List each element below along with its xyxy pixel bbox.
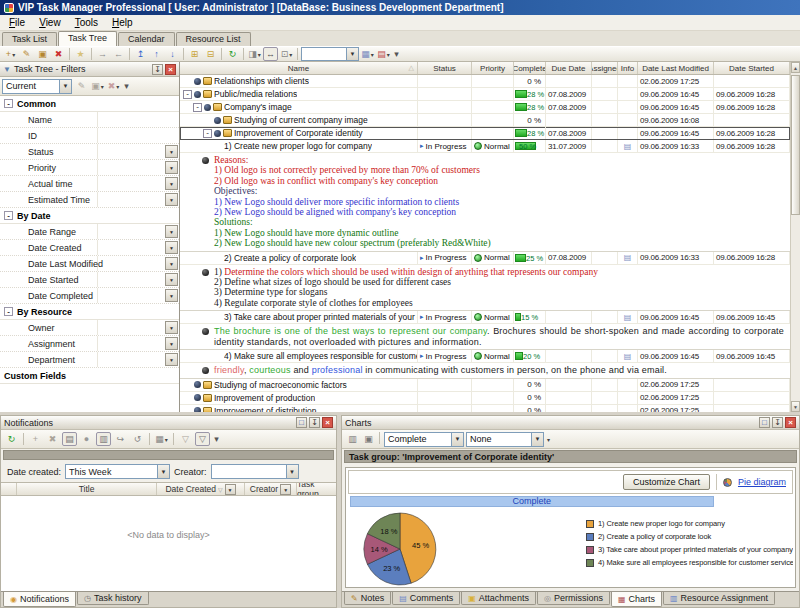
task-row[interactable]: 2) Create a policy of corporate look▸In … — [180, 252, 790, 265]
filter-row-assignment[interactable]: Assignment▼ — [0, 336, 179, 352]
creator-combo[interactable]: ▼ — [211, 464, 299, 479]
chevron-down-icon[interactable]: ▼ — [165, 273, 178, 286]
toolbar-overflow-icon[interactable]: ▾ — [392, 47, 401, 61]
notif-col-header-task-group[interactable]: Task group — [297, 483, 336, 495]
group-row[interactable]: Relationships with clients0 %02.06.2009 … — [180, 75, 790, 88]
filter-section-common[interactable]: -Common — [0, 96, 179, 112]
group-row[interactable]: -Public/media relations28 %07.08.200909.… — [180, 88, 790, 101]
grid-col-header-assigned[interactable]: Assigned — [592, 62, 618, 74]
export-icon[interactable]: ▤▾ — [376, 47, 391, 61]
tab-calendar[interactable]: Calendar — [118, 32, 175, 46]
menu-view[interactable]: View — [32, 16, 68, 29]
new-notification-icon[interactable]: + — [28, 432, 43, 446]
tab-comments[interactable]: ▤Comments — [392, 592, 460, 605]
tab-charts[interactable]: ▦Charts — [611, 592, 662, 607]
edit-filter-icon[interactable]: ✎ — [74, 79, 89, 93]
menu-file[interactable]: File — [2, 16, 32, 29]
chevron-down-icon[interactable]: ▼ — [531, 433, 543, 446]
duplicate-task-icon[interactable]: ▣ — [35, 47, 50, 61]
delete-filter-icon[interactable]: ✖▾ — [106, 79, 121, 93]
tab-notifications[interactable]: ◉Notifications — [3, 592, 76, 607]
view-mode-icon[interactable]: ◨▾ — [247, 47, 262, 61]
chevron-down-icon[interactable]: ▼ — [165, 161, 178, 174]
notif-col-header-creator[interactable]: Creator▼ — [245, 483, 297, 495]
collapse-all-icon[interactable]: ⊟ — [203, 47, 218, 61]
chevron-down-icon[interactable]: ▼ — [157, 465, 169, 478]
chevron-down-icon[interactable]: ▼ — [165, 145, 178, 158]
note-row[interactable]: The brochure is one of the best ways to … — [180, 324, 790, 350]
chevron-down-icon[interactable]: ▼ — [225, 484, 236, 495]
chevron-down-icon[interactable]: ▼ — [165, 337, 178, 350]
chevron-down-icon[interactable]: ▼ — [286, 465, 298, 478]
filters-overflow-icon[interactable]: ▾ — [122, 79, 131, 93]
date-created-combo[interactable]: This Week ▼ — [65, 464, 170, 479]
refresh-icon[interactable]: ↻ — [4, 432, 19, 446]
indent-task-icon[interactable]: → — [95, 47, 110, 61]
task-row[interactable]: 1) Create new proper logo for company▸In… — [180, 140, 790, 153]
chevron-down-icon[interactable]: ▼ — [165, 289, 178, 302]
chevron-down-icon[interactable]: ▼ — [165, 257, 178, 270]
tab-attachments[interactable]: ▣Attachments — [461, 592, 536, 605]
zoom-level-icon[interactable]: ⊡▾ — [279, 47, 294, 61]
notif-col-header-title[interactable]: Title — [17, 483, 157, 495]
scroll-thumb[interactable] — [791, 75, 800, 215]
restore-icon[interactable]: □ — [759, 417, 770, 428]
tab-permissions[interactable]: ◎Permissions — [537, 592, 610, 605]
filter-row-department[interactable]: Department▼ — [0, 352, 179, 368]
note-row[interactable]: 1) Determine the colors which should be … — [180, 265, 790, 312]
grid-col-header-status[interactable]: Status — [418, 62, 472, 74]
chart-bar-icon[interactable]: ▥ — [345, 432, 360, 446]
pie-diagram-link[interactable]: Pie diagram — [738, 477, 786, 487]
collapse-icon[interactable]: - — [4, 211, 13, 220]
scroll-down-icon[interactable]: ▼ — [791, 401, 800, 412]
filter-row-priority[interactable]: Priority▼ — [0, 160, 179, 176]
tab-task-list[interactable]: Task List — [2, 32, 57, 46]
move-down-icon[interactable]: ↓ — [165, 47, 180, 61]
pin-icon[interactable]: ↧ — [772, 417, 783, 428]
chevron-down-icon[interactable]: ▼ — [165, 321, 178, 334]
add-task-icon[interactable]: +▾ — [3, 47, 18, 61]
tab-resource-assignment[interactable]: ▥Resource Assignment — [663, 592, 775, 605]
chevron-down-icon[interactable]: ▼ — [165, 193, 178, 206]
grid-col-header-info[interactable]: Info — [618, 62, 638, 74]
filter-row-date-last-modified[interactable]: Date Last Modified▼ — [0, 256, 179, 272]
view-notification-icon[interactable]: ▤ — [62, 432, 77, 446]
chevron-down-icon[interactable]: ▼ — [280, 484, 291, 495]
move-up-icon[interactable]: ↑ — [149, 47, 164, 61]
group-row[interactable]: Improvement of distribution0 %02.06.2009… — [180, 405, 790, 413]
expand-all-icon[interactable]: ⊞ — [187, 47, 202, 61]
chevron-down-icon[interactable]: ▼ — [346, 48, 358, 60]
menu-tools[interactable]: Tools — [68, 16, 105, 29]
pan-mode-icon[interactable]: ↔ — [263, 47, 278, 61]
add-task-group-icon[interactable]: ★ — [73, 47, 88, 61]
task-row[interactable]: 4) Make sure all employees responsible f… — [180, 350, 790, 363]
chevron-down-icon[interactable]: ▼ — [165, 177, 178, 190]
scroll-up-icon[interactable]: ▲ — [791, 62, 800, 73]
group-row[interactable]: -Improvement of Corporate identity28 %07… — [180, 127, 790, 140]
filter-row-estimated-time[interactable]: Estimated Time▼ — [0, 192, 179, 208]
filter-preset-combo[interactable]: Current ▼ — [2, 79, 72, 94]
chart-image-icon[interactable]: ▣ — [361, 432, 376, 446]
search-combo[interactable]: ▼ — [301, 47, 359, 61]
filter-section-by-date[interactable]: -By Date — [0, 208, 179, 224]
chevron-down-icon[interactable]: ▼ — [59, 80, 71, 93]
filter-row-owner[interactable]: Owner▼ — [0, 320, 179, 336]
expand-collapse-icon[interactable]: - — [183, 90, 192, 99]
auto-preview-icon[interactable]: ▥ — [96, 432, 111, 446]
pin-icon[interactable]: ↧ — [152, 64, 163, 75]
collapse-icon[interactable]: - — [4, 99, 13, 108]
undo-icon[interactable]: ↺ — [130, 432, 145, 446]
filter-row-id[interactable]: ID — [0, 128, 179, 144]
filter-row-name[interactable]: Name — [0, 112, 179, 128]
task-row[interactable]: 3) Take care about proper printed materi… — [180, 311, 790, 324]
chart-value-combo[interactable]: Complete ▼ — [384, 432, 464, 447]
refresh-icon[interactable]: ↻ — [225, 47, 240, 61]
chevron-down-icon[interactable]: ▼ — [165, 353, 178, 366]
grid-col-header-date-started[interactable]: Date Started — [714, 62, 790, 74]
expand-collapse-icon[interactable]: - — [203, 129, 212, 138]
charts-overflow-icon[interactable]: ▾ — [547, 436, 550, 443]
notif-col-header-date-created[interactable]: Date Created▽▼ — [157, 483, 245, 495]
close-icon[interactable]: × — [785, 417, 796, 428]
group-row[interactable]: -Company's image28 %07.08.200909.06.2009… — [180, 101, 790, 114]
filter-section-custom-fields[interactable]: Custom Fields — [0, 368, 179, 384]
